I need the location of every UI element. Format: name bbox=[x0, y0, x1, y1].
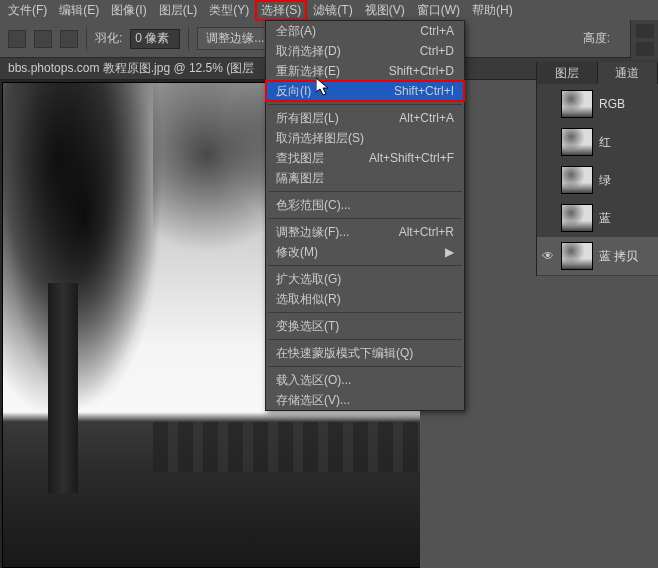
menu-filter[interactable]: 滤镜(T) bbox=[307, 0, 358, 21]
menu-separator bbox=[268, 104, 462, 105]
channel-thumb bbox=[561, 166, 593, 194]
menu-separator bbox=[268, 339, 462, 340]
menu-bar: 文件(F) 编辑(E) 图像(I) 图层(L) 类型(Y) 选择(S) 滤镜(T… bbox=[0, 0, 658, 20]
height-label: 高度: bbox=[583, 30, 610, 47]
menu-select[interactable]: 选择(S) bbox=[255, 0, 307, 21]
visibility-icon[interactable]: 👁 bbox=[541, 249, 555, 263]
menu-item-refine-edge[interactable]: 调整边缘(F)...Alt+Ctrl+R bbox=[266, 222, 464, 242]
menu-item-all[interactable]: 全部(A)Ctrl+A bbox=[266, 21, 464, 41]
selection-mode-icon[interactable] bbox=[60, 30, 78, 48]
menu-item-deselect-layers[interactable]: 取消选择图层(S) bbox=[266, 128, 464, 148]
refine-edge-button[interactable]: 调整边缘... bbox=[197, 27, 273, 50]
menu-file[interactable]: 文件(F) bbox=[2, 0, 53, 21]
menu-item-save-selection[interactable]: 存储选区(V)... bbox=[266, 390, 464, 410]
tool-icon[interactable] bbox=[8, 30, 26, 48]
channel-thumb bbox=[561, 128, 593, 156]
menu-item-color-range[interactable]: 色彩范围(C)... bbox=[266, 195, 464, 215]
menu-item-load-selection[interactable]: 载入选区(O)... bbox=[266, 370, 464, 390]
menu-item-reselect: 重新选择(E)Shift+Ctrl+D bbox=[266, 61, 464, 81]
channel-thumb bbox=[561, 90, 593, 118]
menu-separator bbox=[268, 265, 462, 266]
menu-item-transform-selection[interactable]: 变换选区(T) bbox=[266, 316, 464, 336]
visibility-icon[interactable] bbox=[541, 173, 555, 187]
selection-mode-icon[interactable] bbox=[34, 30, 52, 48]
menu-item-modify[interactable]: 修改(M)▶ bbox=[266, 242, 464, 262]
channels-panel: 图层 通道 RGB 红 绿 蓝 👁蓝 拷贝 bbox=[536, 62, 658, 276]
menu-item-grow[interactable]: 扩大选取(G) bbox=[266, 269, 464, 289]
menu-layer[interactable]: 图层(L) bbox=[153, 0, 204, 21]
document-title: bbs.photops.com 教程原图.jpg @ 12.5% (图层 bbox=[8, 60, 254, 77]
tab-channels[interactable]: 通道 bbox=[598, 62, 659, 84]
menu-separator bbox=[268, 218, 462, 219]
menu-item-similar[interactable]: 选取相似(R) bbox=[266, 289, 464, 309]
menu-view[interactable]: 视图(V) bbox=[359, 0, 411, 21]
menu-item-all-layers[interactable]: 所有图层(L)Alt+Ctrl+A bbox=[266, 108, 464, 128]
menu-help[interactable]: 帮助(H) bbox=[466, 0, 519, 21]
channel-row-blue-copy[interactable]: 👁蓝 拷贝 bbox=[537, 237, 658, 275]
menu-item-deselect[interactable]: 取消选择(D)Ctrl+D bbox=[266, 41, 464, 61]
menu-separator bbox=[268, 312, 462, 313]
separator bbox=[86, 27, 87, 51]
visibility-icon[interactable] bbox=[541, 135, 555, 149]
select-menu-dropdown: 全部(A)Ctrl+A 取消选择(D)Ctrl+D 重新选择(E)Shift+C… bbox=[265, 20, 465, 411]
menu-separator bbox=[268, 366, 462, 367]
channel-row-rgb[interactable]: RGB bbox=[537, 85, 658, 123]
collapsed-panel-strip[interactable] bbox=[630, 20, 658, 60]
menu-separator bbox=[268, 191, 462, 192]
channel-list: RGB 红 绿 蓝 👁蓝 拷贝 bbox=[537, 84, 658, 276]
menu-item-quick-mask[interactable]: 在快速蒙版模式下编辑(Q) bbox=[266, 343, 464, 363]
visibility-icon[interactable] bbox=[541, 97, 555, 111]
visibility-icon[interactable] bbox=[541, 211, 555, 225]
tab-layers[interactable]: 图层 bbox=[537, 62, 598, 84]
feather-label: 羽化: bbox=[95, 30, 122, 47]
menu-item-find-layers[interactable]: 查找图层Alt+Shift+Ctrl+F bbox=[266, 148, 464, 168]
feather-input[interactable] bbox=[130, 29, 180, 49]
menu-window[interactable]: 窗口(W) bbox=[411, 0, 466, 21]
separator bbox=[188, 27, 189, 51]
channel-row-blue[interactable]: 蓝 bbox=[537, 199, 658, 237]
channel-thumb bbox=[561, 204, 593, 232]
menu-item-inverse[interactable]: 反向(I)Shift+Ctrl+I bbox=[266, 81, 464, 101]
menu-edit[interactable]: 编辑(E) bbox=[53, 0, 105, 21]
channel-thumb bbox=[561, 242, 593, 270]
menu-image[interactable]: 图像(I) bbox=[105, 0, 152, 21]
channel-row-red[interactable]: 红 bbox=[537, 123, 658, 161]
channel-row-green[interactable]: 绿 bbox=[537, 161, 658, 199]
menu-type[interactable]: 类型(Y) bbox=[203, 0, 255, 21]
menu-item-isolate-layers[interactable]: 隔离图层 bbox=[266, 168, 464, 188]
